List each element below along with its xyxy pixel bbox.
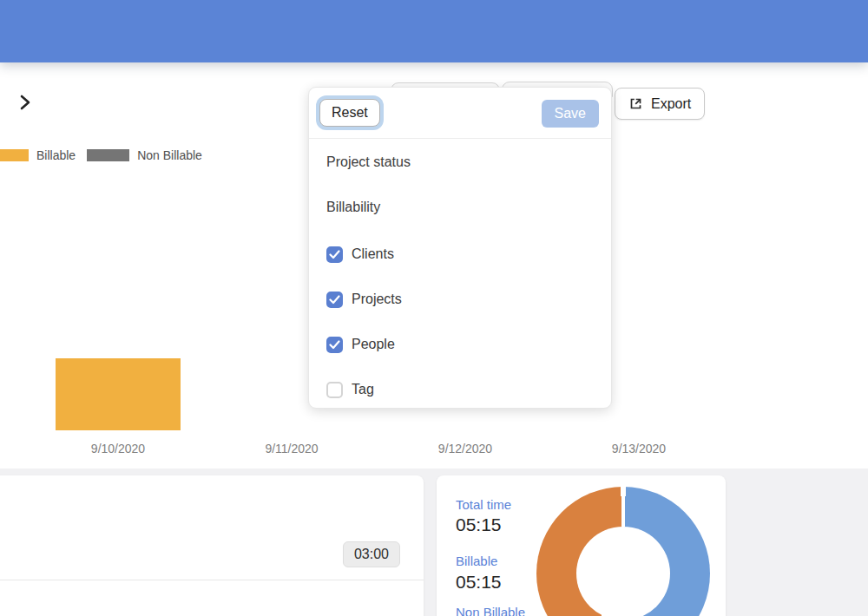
non-billable-legend-swatch <box>87 149 129 161</box>
panel-divider <box>309 138 611 139</box>
expand-sidebar-button[interactable] <box>14 91 36 115</box>
filter-section-billability[interactable]: Billability <box>326 200 380 215</box>
projects-checkbox[interactable] <box>326 292 343 308</box>
total-time-value: 05:15 <box>456 514 502 535</box>
project-row[interactable]: 03:00 <box>0 475 424 580</box>
filter-option-projects[interactable]: Projects <box>326 290 402 309</box>
x-axis-label: 9/10/2020 <box>31 442 205 455</box>
filter-section-project-status[interactable]: Project status <box>326 154 411 170</box>
x-axis-label: 9/11/2020 <box>205 442 378 455</box>
clients-checkbox-label: Clients <box>352 246 394 262</box>
tag-checkbox-label: Tag <box>352 382 374 397</box>
billable-legend-swatch <box>0 149 29 161</box>
filter-option-people[interactable]: People <box>326 335 395 354</box>
x-axis: 9/10/20209/11/20209/12/20209/13/2020 <box>31 442 726 455</box>
reset-button[interactable]: Reset <box>319 99 380 127</box>
time-badge: 03:00 <box>343 541 400 567</box>
filter-option-clients[interactable]: Clients <box>326 245 394 264</box>
export-icon <box>628 96 643 111</box>
bar-billable[interactable] <box>56 358 181 430</box>
people-checkbox-label: People <box>352 337 395 352</box>
export-button-label: Export <box>651 96 691 112</box>
clients-checkbox[interactable] <box>326 246 343 263</box>
summary-card: Total time 05:15 Billable 05:15 Non Bill… <box>437 475 726 616</box>
export-button[interactable]: Export <box>615 88 705 120</box>
billable-legend-label: Billable <box>36 148 76 162</box>
billable-value: 05:15 <box>456 572 502 593</box>
project-list-card: 03:00 02:15 <box>0 475 424 616</box>
non-billable-label: Non Billable <box>456 605 525 616</box>
tag-checkbox[interactable] <box>326 382 343 398</box>
filter-option-tag[interactable]: Tag <box>326 380 374 399</box>
filter-dropdown: Reset Save Project status Billability Cl… <box>308 87 612 409</box>
total-time-label: Total time <box>456 497 511 512</box>
app-header <box>0 0 868 62</box>
chevron-right-icon <box>18 101 32 114</box>
projects-checkbox-label: Projects <box>352 292 402 307</box>
chart-legend: Billable Non Billable <box>0 148 202 162</box>
x-axis-label: 9/13/2020 <box>552 442 726 455</box>
people-checkbox[interactable] <box>326 337 343 353</box>
save-button[interactable]: Save <box>542 100 599 128</box>
x-axis-label: 9/12/2020 <box>378 442 552 455</box>
billable-label: Billable <box>456 554 497 568</box>
project-row[interactable]: 02:15 <box>0 580 424 616</box>
donut-chart[interactable] <box>536 487 710 616</box>
non-billable-legend-label: Non Billable <box>137 148 202 162</box>
